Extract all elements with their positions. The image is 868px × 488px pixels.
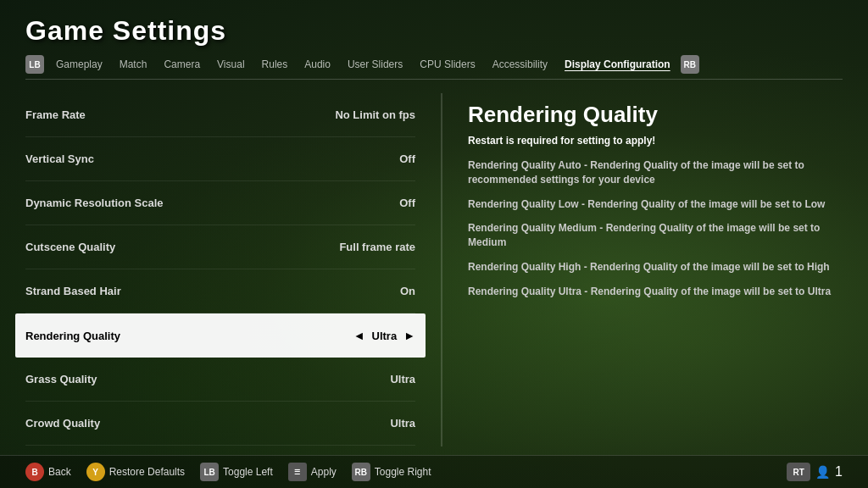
footer: B Back Y Restore Defaults LB Toggle Left… — [0, 455, 868, 488]
selected-value-text: Ultra — [372, 330, 398, 342]
tab-accessibility[interactable]: Accessibility — [486, 57, 554, 72]
setting-row[interactable]: Dynamic Resolution ScaleOff — [25, 181, 415, 225]
setting-label: Frame Rate — [25, 108, 86, 121]
setting-value: Off — [399, 197, 415, 209]
header: Game Settings LB GameplayMatchCameraVisu… — [0, 0, 868, 85]
description-panel: Rendering Quality Restart is required fo… — [442, 85, 868, 455]
apply-button[interactable]: ☰ Apply — [288, 463, 337, 481]
lb-badge: LB — [25, 55, 44, 74]
tab-rules[interactable]: Rules — [255, 57, 295, 72]
setting-value: Ultra — [390, 417, 415, 430]
setting-row[interactable]: Strand Based HairOn — [25, 269, 415, 313]
y-badge: Y — [86, 463, 105, 481]
tab-navigation: LB GameplayMatchCameraVisualRulesAudioUs… — [25, 55, 843, 80]
footer-right: RT 👤 1 — [787, 463, 843, 481]
tab-visual[interactable]: Visual — [210, 57, 251, 72]
player-count: 1 — [835, 464, 843, 480]
restore-defaults-button[interactable]: Y Restore Defaults — [86, 463, 185, 481]
tab-display-configuration[interactable]: Display Configuration — [558, 57, 677, 72]
description-items: Rendering Quality Auto - Rendering Quali… — [468, 158, 843, 299]
right-arrow-button[interactable]: ► — [403, 329, 415, 342]
left-arrow-button[interactable]: ◄ — [353, 329, 365, 342]
description-item: Rendering Quality Auto - Rendering Quali… — [468, 158, 843, 187]
value-with-arrows: ◄Ultra► — [353, 329, 415, 342]
description-title: Rendering Quality — [468, 102, 843, 128]
description-item: Rendering Quality Ultra - Rendering Qual… — [468, 285, 843, 299]
setting-row[interactable]: Cutscene QualityFull frame rate — [25, 225, 415, 269]
setting-label: Cutscene Quality — [25, 241, 115, 253]
rb-badge: RB — [681, 55, 699, 74]
restore-label: Restore Defaults — [109, 466, 185, 478]
setting-value: Full frame rate — [339, 241, 415, 253]
main-content: Frame RateNo Limit on fpsVertical SyncOf… — [0, 85, 868, 455]
setting-value: ◄Ultra► — [353, 329, 415, 342]
setting-label: Strand Based Hair — [25, 285, 121, 297]
setting-value: On — [400, 285, 415, 297]
toggle-left-button[interactable]: LB Toggle Left — [200, 463, 273, 481]
description-item: Rendering Quality Low - Rendering Qualit… — [468, 197, 843, 212]
setting-value: Off — [399, 152, 415, 165]
setting-label: Rendering Quality — [25, 330, 120, 342]
setting-row[interactable]: Crowd QualityUltra — [25, 402, 415, 446]
page-title: Game Settings — [25, 15, 843, 47]
setting-row[interactable]: Rendering Quality◄Ultra► — [15, 313, 426, 358]
setting-value: No Limit on fps — [335, 108, 415, 121]
settings-panel: Frame RateNo Limit on fpsVertical SyncOf… — [0, 85, 441, 455]
rt-badge: RT — [787, 463, 810, 481]
player-icon: 👤 — [815, 465, 830, 479]
toggle-right-button[interactable]: RB Toggle Right — [352, 463, 431, 481]
setting-label: Crowd Quality — [25, 417, 100, 430]
setting-label: Dynamic Resolution Scale — [25, 197, 164, 209]
description-item: Rendering Quality High - Rendering Quali… — [468, 260, 843, 274]
back-button[interactable]: B Back — [25, 463, 71, 481]
setting-value: Ultra — [390, 373, 415, 385]
setting-row[interactable]: Vertical SyncOff — [25, 137, 415, 181]
back-label: Back — [48, 466, 71, 478]
b-badge: B — [25, 463, 44, 481]
tab-audio[interactable]: Audio — [298, 57, 337, 72]
apply-label: Apply — [311, 466, 337, 478]
lb-footer-badge: LB — [200, 463, 219, 481]
menu-badge: ☰ — [288, 463, 307, 481]
tab-user-sliders[interactable]: User Sliders — [341, 57, 409, 72]
toggle-right-label: Toggle Right — [375, 466, 431, 478]
description-item: Rendering Quality Medium - Rendering Qua… — [468, 221, 843, 250]
tab-camera[interactable]: Camera — [157, 57, 207, 72]
setting-label: Grass Quality — [25, 373, 97, 385]
setting-row[interactable]: Frame RateNo Limit on fps — [25, 93, 415, 137]
tab-gameplay[interactable]: Gameplay — [49, 57, 109, 72]
setting-label: Vertical Sync — [25, 152, 94, 165]
description-warning: Restart is required for setting to apply… — [468, 135, 843, 147]
setting-row[interactable]: Grass QualityUltra — [25, 358, 415, 402]
tab-match[interactable]: Match — [113, 57, 154, 72]
tab-cpu-sliders[interactable]: CPU Sliders — [413, 57, 481, 72]
toggle-left-label: Toggle Left — [223, 466, 273, 478]
footer-left: B Back Y Restore Defaults LB Toggle Left… — [25, 463, 431, 481]
rb-footer-badge: RB — [352, 463, 370, 481]
